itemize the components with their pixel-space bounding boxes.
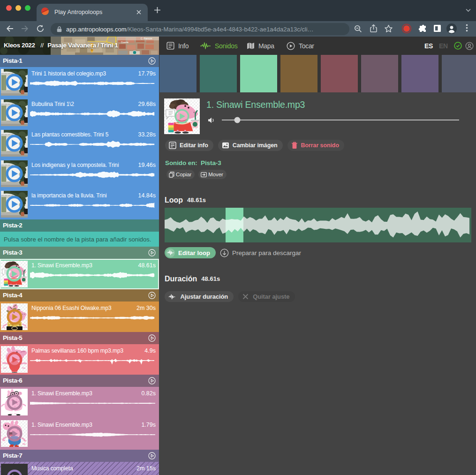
svg-text:Cuesta: Cuesta <box>121 41 128 44</box>
svg-text:C. Francos: C. Francos <box>141 37 152 40</box>
